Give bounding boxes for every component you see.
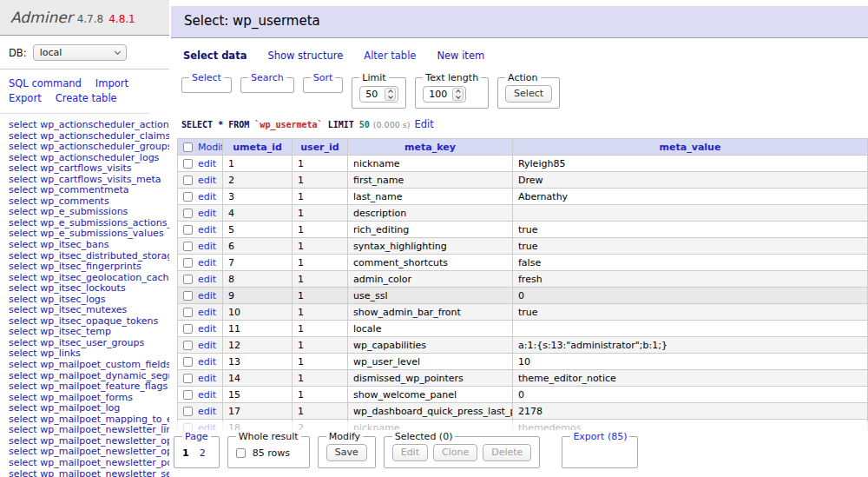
edit-selected-button[interactable]: Edit	[392, 444, 428, 461]
db-select[interactable]: local	[33, 44, 127, 61]
modify-header-link[interactable]: Modify	[198, 142, 223, 153]
select-table-link[interactable]: select	[9, 414, 37, 425]
row-checkbox[interactable]	[183, 275, 193, 284]
row-checkbox[interactable]	[183, 258, 193, 268]
table-name-link[interactable]: wp_actionscheduler_groups	[40, 142, 169, 152]
table-name-link[interactable]: wp_cartflows_visits_meta	[40, 175, 161, 185]
table-name-link[interactable]: wp_mailpoet_forms	[40, 393, 133, 403]
search-legend-link[interactable]: Search	[251, 72, 284, 83]
select-table-link[interactable]: select	[9, 436, 37, 447]
text-length-stepper[interactable]	[452, 88, 464, 101]
row-edit-link[interactable]: edit	[198, 208, 216, 219]
row-checkbox[interactable]	[183, 407, 193, 416]
row-checkbox[interactable]	[183, 390, 193, 400]
table-name-link[interactable]: wp_mailpoet_newsletter_option	[40, 436, 169, 447]
table-name-link[interactable]: wp_mailpoet_newsletter_option_fields	[40, 447, 169, 457]
table-name-link[interactable]: wp_mailpoet_log	[40, 403, 120, 414]
select-table-link[interactable]: select	[9, 295, 37, 305]
select-table-link[interactable]: select	[9, 305, 37, 315]
whole-result-checkbox[interactable]	[236, 448, 246, 458]
table-name-link[interactable]: wp_links	[40, 348, 81, 359]
column-sort-link[interactable]: umeta_id	[233, 142, 282, 153]
table-name-link[interactable]: wp_actionscheduler_claims	[40, 131, 169, 142]
select-table-link[interactable]: select	[9, 469, 37, 477]
text-length-input[interactable]: 100	[423, 86, 466, 103]
limit-input[interactable]: 50	[359, 86, 398, 103]
row-checkbox[interactable]	[183, 209, 193, 218]
row-edit-link[interactable]: edit	[198, 191, 216, 202]
select-table-link[interactable]: select	[9, 120, 37, 130]
select-table-link[interactable]: select	[9, 185, 37, 195]
select-table-link[interactable]: select	[9, 207, 37, 217]
table-name-link[interactable]: wp_mailpoet_newsletter_segment	[40, 469, 169, 477]
table-name-link[interactable]: wp_itsec_fingerprints	[40, 262, 141, 272]
select-table-link[interactable]: select	[9, 283, 37, 294]
row-edit-link[interactable]: edit	[198, 224, 216, 235]
column-sort-link[interactable]: user_id	[300, 142, 339, 153]
row-checkbox[interactable]	[183, 374, 193, 383]
select-table-link[interactable]: select	[9, 393, 37, 403]
table-name-link[interactable]: wp_e_submissions_values	[40, 229, 163, 239]
table-name-link[interactable]: wp_itsec_distributed_storage	[40, 251, 169, 262]
delete-selected-button[interactable]: Delete	[483, 444, 531, 461]
select-table-link[interactable]: select	[9, 163, 37, 174]
select-table-link[interactable]: select	[9, 327, 37, 337]
row-checkbox[interactable]	[183, 192, 193, 202]
tab-show-structure[interactable]: Show structure	[267, 50, 343, 62]
table-name-link[interactable]: wp_e_submissions	[40, 207, 128, 217]
table-name-link[interactable]: wp_itsec_opaque_tokens	[40, 316, 158, 327]
column-sort-link[interactable]: meta_key	[404, 142, 456, 153]
table-name-link[interactable]: wp_commentmeta	[40, 185, 128, 195]
page-legend-link[interactable]: Page	[185, 431, 208, 442]
edit-query-link[interactable]: Edit	[414, 118, 433, 130]
row-checkbox[interactable]	[183, 176, 193, 185]
select-table-link[interactable]: select	[9, 458, 37, 468]
row-checkbox[interactable]	[183, 242, 193, 251]
select-table-link[interactable]: select	[9, 153, 37, 163]
table-name-link[interactable]: wp_cartflows_visits	[40, 163, 131, 174]
select-table-link[interactable]: select	[9, 403, 37, 414]
row-checkbox[interactable]	[183, 308, 193, 317]
tab-new-item[interactable]: New item	[437, 50, 484, 62]
select-table-link[interactable]: select	[9, 348, 37, 359]
save-button[interactable]: Save	[326, 444, 367, 461]
select-legend-link[interactable]: Select	[192, 72, 221, 83]
select-table-link[interactable]: select	[9, 447, 37, 457]
row-edit-link[interactable]: edit	[198, 323, 216, 335]
sidebar-action-sql-command[interactable]: SQL command	[9, 77, 82, 89]
tab-select-data[interactable]: Select data	[183, 50, 247, 62]
table-name-link[interactable]: wp_comments	[40, 196, 108, 207]
row-edit-link[interactable]: edit	[198, 274, 216, 285]
sidebar-action-create-table[interactable]: Create table	[56, 92, 117, 104]
row-checkbox[interactable]	[183, 225, 193, 235]
limit-stepper[interactable]	[385, 88, 396, 101]
select-table-link[interactable]: select	[9, 262, 37, 272]
table-name-link[interactable]: wp_actionscheduler_logs	[40, 153, 159, 163]
table-name-link[interactable]: wp_mailpoet_newsletter_links	[40, 425, 169, 435]
select-table-link[interactable]: select	[9, 425, 37, 435]
sort-legend-link[interactable]: Sort	[313, 72, 333, 83]
row-edit-link[interactable]: edit	[198, 158, 216, 169]
table-name-link[interactable]: wp_actionscheduler_actions	[40, 120, 169, 130]
row-edit-link[interactable]: edit	[198, 290, 216, 301]
row-checkbox[interactable]	[183, 291, 193, 301]
row-checkbox[interactable]	[183, 159, 193, 169]
row-edit-link[interactable]: edit	[198, 340, 216, 351]
select-table-link[interactable]: select	[9, 240, 37, 250]
table-name-link[interactable]: wp_mailpoet_dynamic_segments	[40, 371, 169, 381]
table-name-link[interactable]: wp_itsec_logs	[40, 295, 105, 305]
table-name-link[interactable]: wp_itsec_bans	[40, 240, 108, 250]
select-table-link[interactable]: select	[9, 131, 37, 142]
table-name-link[interactable]: wp_itsec_user_groups	[40, 338, 144, 348]
row-edit-link[interactable]: edit	[198, 356, 216, 368]
table-name-link[interactable]: wp_mailpoet_custom_fields	[40, 360, 169, 370]
select-table-link[interactable]: select	[9, 218, 37, 229]
select-table-link[interactable]: select	[9, 371, 37, 381]
select-table-link[interactable]: select	[9, 316, 37, 327]
row-checkbox[interactable]	[183, 324, 193, 334]
select-table-link[interactable]: select	[9, 229, 37, 239]
row-edit-link[interactable]: edit	[198, 257, 216, 268]
select-table-link[interactable]: select	[9, 338, 37, 348]
select-table-link[interactable]: select	[9, 360, 37, 370]
row-edit-link[interactable]: edit	[198, 406, 216, 417]
